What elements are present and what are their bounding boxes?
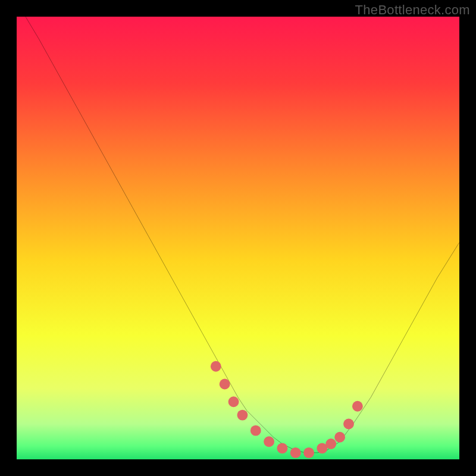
chart-frame: TheBottleneck.com	[0, 0, 476, 476]
marker-dot	[325, 439, 336, 449]
gradient-background	[17, 17, 459, 459]
marker-dot	[220, 379, 230, 390]
plot-area	[17, 17, 459, 459]
marker-dot	[334, 432, 345, 443]
marker-dot	[290, 447, 301, 458]
watermark-text: TheBottleneck.com	[355, 2, 470, 18]
marker-dot	[343, 419, 354, 430]
marker-dot	[264, 436, 274, 447]
marker-dot	[250, 425, 261, 436]
marker-dot	[303, 447, 314, 458]
marker-dot	[237, 410, 248, 421]
marker-dot	[352, 401, 363, 412]
chart-svg	[17, 17, 459, 459]
marker-dot	[277, 443, 287, 453]
marker-dot	[228, 396, 239, 407]
marker-dot	[211, 361, 221, 372]
